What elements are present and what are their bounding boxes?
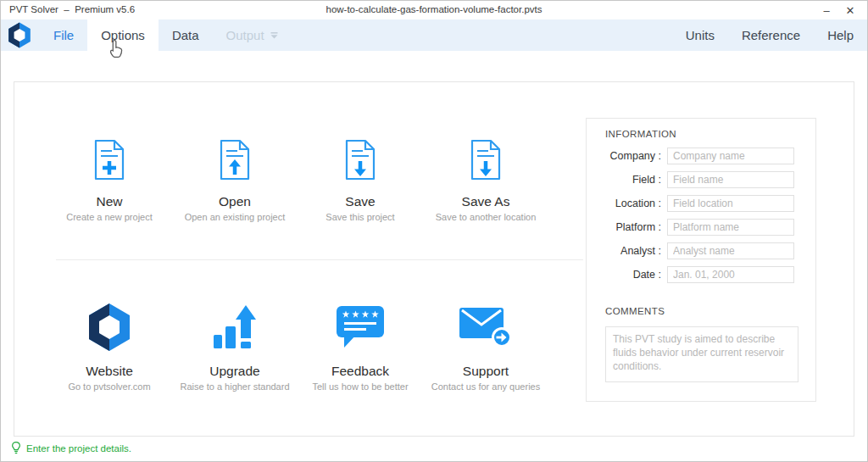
hexagon-logo-icon xyxy=(8,22,31,48)
shortcut-title: Open xyxy=(219,194,251,209)
shortcut-subtitle: Raise to a higher standard xyxy=(180,381,289,392)
information-fields: Company : Field : Location : Platform : … xyxy=(587,148,815,290)
app-window: PVT Solver – Premium v5.6 how-to-calcula… xyxy=(0,0,868,462)
speech-bubble-stars-icon xyxy=(336,303,385,352)
save-project-button[interactable]: Save Save this project xyxy=(298,138,423,222)
shortcut-title: Feedback xyxy=(331,364,389,379)
document-arrow-down-icon xyxy=(343,138,377,182)
menu-help[interactable]: Help xyxy=(814,19,867,51)
platform-input[interactable] xyxy=(667,219,794,236)
information-panel: INFORMATION Company : Field : Location :… xyxy=(586,118,816,402)
app-logo xyxy=(1,19,40,51)
menubar: File Options Data Output Units Reference… xyxy=(1,19,867,51)
new-project-button[interactable]: New Create a new project xyxy=(47,138,172,222)
status-message: Enter the project details. xyxy=(26,443,131,454)
shortcut-subtitle: Save to another location xyxy=(436,212,537,222)
location-label: Location : xyxy=(587,198,667,209)
field-row-location: Location : xyxy=(587,195,815,212)
titlebar: PVT Solver – Premium v5.6 how-to-calcula… xyxy=(1,1,867,19)
company-input[interactable] xyxy=(667,148,794,164)
shortcut-title: Upgrade xyxy=(209,364,259,379)
menu-data[interactable]: Data xyxy=(159,19,213,51)
rows-divider xyxy=(56,259,583,260)
close-button[interactable]: ✕ xyxy=(838,1,862,19)
field-row-date: Date : xyxy=(587,266,815,283)
field-row-platform: Platform : xyxy=(587,219,815,236)
feedback-button[interactable]: Feedback Tell us how to be better xyxy=(298,303,423,392)
field-label: Field : xyxy=(587,174,667,186)
hexagon-logo-icon xyxy=(87,303,131,352)
shortcut-subtitle: Create a new project xyxy=(66,212,153,222)
main-panel: New Create a new project Open Open an ex… xyxy=(14,81,854,437)
shortcut-subtitle: Contact us for any queries xyxy=(431,381,540,392)
document-arrow-up-icon xyxy=(218,138,252,182)
file-actions-row: New Create a new project Open Open an ex… xyxy=(47,138,548,222)
analyst-label: Analyst : xyxy=(587,245,667,257)
shortcut-title: Save xyxy=(345,194,375,209)
bar-chart-arrow-icon xyxy=(213,303,257,352)
statusbar: Enter the project details. xyxy=(11,441,131,455)
menu-reference[interactable]: Reference xyxy=(728,19,814,51)
document-title: how-to-calculate-gas-formation-volume-fa… xyxy=(1,4,867,14)
menu-units[interactable]: Units xyxy=(672,19,728,51)
document-plus-icon xyxy=(92,138,126,182)
company-label: Company : xyxy=(587,150,667,162)
open-project-button[interactable]: Open Open an existing project xyxy=(172,138,298,222)
upgrade-button[interactable]: Upgrade Raise to a higher standard xyxy=(172,303,298,392)
support-button[interactable]: Support Contact us for any queries xyxy=(423,303,548,392)
menubar-spacer xyxy=(292,19,672,51)
comments-title: COMMENTS xyxy=(605,306,665,316)
shortcut-title: Support xyxy=(463,364,509,379)
date-label: Date : xyxy=(587,269,667,281)
shortcut-title: New xyxy=(96,194,122,209)
comments-textarea[interactable] xyxy=(605,326,798,382)
field-row-field: Field : xyxy=(587,171,815,188)
shortcut-title: Save As xyxy=(462,194,510,209)
menu-options[interactable]: Options xyxy=(87,19,159,51)
shortcut-title: Website xyxy=(86,364,133,379)
location-input[interactable] xyxy=(667,195,794,212)
field-input[interactable] xyxy=(667,171,794,188)
shortcut-subtitle: Go to pvtsolver.com xyxy=(68,381,150,392)
field-row-company: Company : xyxy=(587,148,815,164)
menu-file[interactable]: File xyxy=(40,19,87,51)
envelope-arrow-icon xyxy=(459,303,512,352)
lightbulb-icon xyxy=(11,441,21,455)
save-as-button[interactable]: Save As Save to another location xyxy=(423,138,548,222)
menu-output[interactable]: Output xyxy=(213,19,292,51)
shortcut-subtitle: Open an existing project xyxy=(185,212,286,222)
shortcut-subtitle: Save this project xyxy=(326,212,394,222)
dropdown-caret-icon xyxy=(270,32,278,39)
field-row-analyst: Analyst : xyxy=(587,242,815,259)
links-row: Website Go to pvtsolver.com Upgrade Rais… xyxy=(47,303,548,392)
information-title: INFORMATION xyxy=(605,129,676,139)
shortcut-subtitle: Tell us how to be better xyxy=(312,381,408,392)
analyst-input[interactable] xyxy=(667,242,794,259)
platform-label: Platform : xyxy=(587,221,667,233)
menu-output-label: Output xyxy=(226,28,264,42)
document-arrow-down-icon xyxy=(469,138,503,182)
minimize-button[interactable]: – xyxy=(815,1,838,19)
date-input[interactable] xyxy=(667,266,794,283)
website-button[interactable]: Website Go to pvtsolver.com xyxy=(47,303,172,392)
window-controls: – ✕ xyxy=(815,1,862,19)
